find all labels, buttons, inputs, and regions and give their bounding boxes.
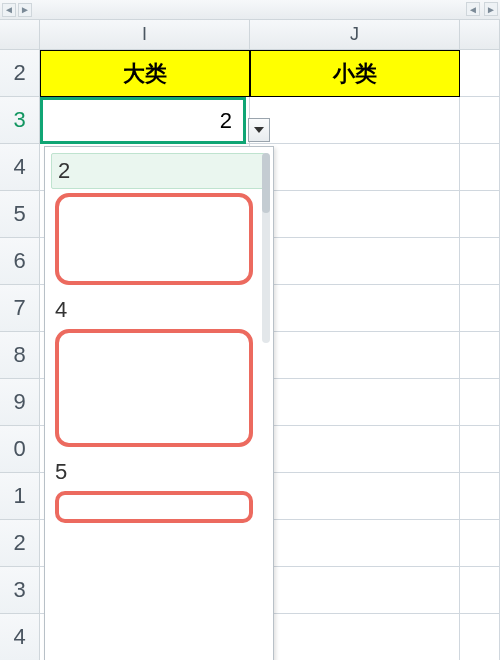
table-row: 2 大类 小类 [0,50,500,97]
row-number[interactable]: 4 [0,614,40,660]
select-all-corner[interactable] [0,20,40,49]
cell[interactable] [250,614,460,660]
cell[interactable] [250,238,460,285]
nav-right-icon[interactable]: ► [18,3,32,17]
dropdown-scrollbar[interactable] [262,153,270,343]
row-number[interactable]: 3 [0,97,40,144]
data-validation-dropdown-list[interactable]: 2 4 5 [44,146,274,660]
dropdown-item[interactable]: 5 [51,453,267,487]
cell[interactable] [460,97,500,144]
column-header-row: I J [0,20,500,50]
cell[interactable] [460,332,500,379]
cell[interactable] [250,520,460,567]
cell[interactable] [460,520,500,567]
active-cell-value[interactable]: 2 [40,97,246,144]
data-validation-dropdown-button[interactable] [248,118,270,142]
annotation-redbox-1 [55,193,253,285]
dropdown-item-highlighted[interactable]: 2 [51,153,267,189]
column-header-I[interactable]: I [40,20,250,49]
nav-scroll-left-icon[interactable]: ◄ [466,2,480,16]
chevron-down-icon [254,127,264,133]
worksheet-grid: 2 大类 小类 3 4 5 6 7 8 9 0 1 2 3 4 2 2 4 5 [0,50,500,660]
cell[interactable] [460,191,500,238]
row-number[interactable]: 0 [0,426,40,473]
header-cell-category-minor[interactable]: 小类 [250,50,460,97]
cell[interactable] [460,379,500,426]
cell[interactable] [460,426,500,473]
sheet-nav-bar: ◄ ► ◄ ► [0,0,500,20]
nav-scroll-right-icon[interactable]: ► [484,2,498,16]
row-number[interactable]: 4 [0,144,40,191]
annotation-redbox-3 [55,491,253,523]
row-number[interactable]: 2 [0,50,40,97]
cell[interactable] [460,285,500,332]
cell[interactable] [460,567,500,614]
row-number[interactable]: 3 [0,567,40,614]
row-number[interactable]: 6 [0,238,40,285]
row-number[interactable]: 9 [0,379,40,426]
cell[interactable] [460,614,500,660]
row-number[interactable]: 5 [0,191,40,238]
cell-J3[interactable] [250,97,460,144]
cell[interactable] [250,426,460,473]
row-number[interactable]: 1 [0,473,40,520]
dropdown-item[interactable]: 4 [51,291,267,325]
svg-marker-0 [254,127,264,133]
cell[interactable] [250,285,460,332]
dropdown-scrollbar-thumb[interactable] [262,153,270,213]
nav-left-icon[interactable]: ◄ [2,3,16,17]
header-cell-category-major[interactable]: 大类 [40,50,250,97]
cell[interactable] [460,473,500,520]
row-number[interactable]: 2 [0,520,40,567]
cell[interactable] [460,238,500,285]
annotation-redbox-2 [55,329,253,447]
row-number[interactable]: 7 [0,285,40,332]
cell[interactable] [250,379,460,426]
cell[interactable] [250,191,460,238]
column-header-next[interactable] [460,20,500,49]
cell[interactable] [460,50,500,97]
cell[interactable] [460,144,500,191]
cell[interactable] [250,332,460,379]
cell[interactable] [250,144,460,191]
cell[interactable] [250,473,460,520]
column-header-J[interactable]: J [250,20,460,49]
row-number[interactable]: 8 [0,332,40,379]
cell[interactable] [250,567,460,614]
